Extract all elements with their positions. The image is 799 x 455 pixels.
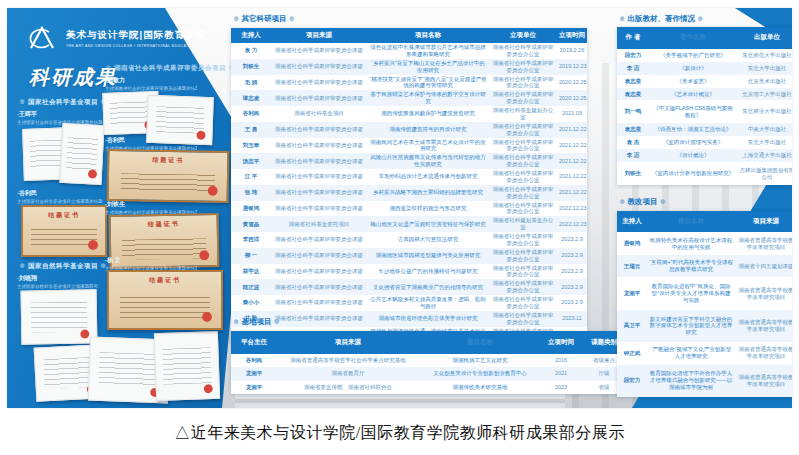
table-cell: 2021.12.22 bbox=[557, 185, 587, 201]
table-cell: 谷利民 bbox=[231, 106, 271, 122]
researcher-name: ·谷利民 bbox=[17, 189, 103, 198]
table-cell: 李 迈 bbox=[617, 149, 649, 162]
table-cell: 长沙地铁公益广告的传播特征与问题研究 bbox=[367, 264, 489, 280]
table-row: 汤志平湖南省社会科学成果评审委员会课题武陵山片区苗族服饰文化传承与当代转型的地方… bbox=[231, 153, 587, 169]
table-cell: 段宏力 bbox=[617, 49, 649, 62]
table-cell: 湖湘民族工艺文化研究 bbox=[419, 354, 541, 367]
table-cell: 钟正武 bbox=[617, 342, 647, 365]
table-cell: 郑学达 bbox=[231, 264, 271, 280]
table-cell: 教育国际化进程中“民族化、国际型”设计类专业人才培养体系构建与实践 bbox=[647, 277, 735, 309]
table-cell: 湖南省委宣传部、湖南省社科联合会 bbox=[277, 381, 419, 394]
table-cell: 高卫平 bbox=[617, 310, 647, 342]
table-row: 龙湘平湖南省委宣传部、湖南省社科联合会湖湘传统美术研究基地2023省级 bbox=[231, 381, 627, 394]
table-cell: 龙湘平 bbox=[231, 367, 277, 380]
researcher-entry: ·刘晓翔 主持国家自然科学基金项目立项课题研究 bbox=[17, 274, 98, 289]
researcher-entry: ·杨 文 主持湖南省社会科学成果评审委员会课题并结题 bbox=[105, 256, 197, 271]
table-cell: 湘西蓝染纹样的观念与形态研究 bbox=[367, 201, 489, 217]
section-header-hunan-social-science: 湖南省社会科学成果评审委员会项目 bbox=[103, 64, 237, 73]
table-cell: 湖南地区城市园林造型规律与美化应用研究 bbox=[367, 248, 489, 264]
table-cell: 毛 娟 bbox=[231, 75, 271, 91]
table-cell: 湖南省社会科学成果评审委员会课题 bbox=[271, 248, 367, 264]
header-row: 主持人项目来源项目名称立项单位立项时间 bbox=[231, 28, 587, 43]
table-cell: 东北师范大学出版社 bbox=[737, 49, 792, 62]
table-cell: 湖南省普通高等学校教学改革研究项目 bbox=[735, 277, 792, 309]
base-projects-title: 基地项目 bbox=[231, 317, 282, 327]
table-cell: 文化创意类设计专业创新创业教育中心 bbox=[419, 367, 541, 380]
table-row: 高卫平新文科建设背景下学科交叉融合的数字媒体艺术专业创新型人才培养研究湖南省普通… bbox=[617, 310, 792, 342]
college-name-en: THE ART AND DESIGN COLLEGE / INTERNATION… bbox=[66, 44, 217, 48]
column-header: 平台主任 bbox=[231, 331, 277, 354]
table-cell: 北京美术出版社 bbox=[737, 75, 792, 88]
table-cell: 唐银鸿 bbox=[231, 201, 271, 217]
table-row: 袁 力湖南省社会科学成果评审委员会课题绿色化进程中长株潭城市群公共艺术与城市品牌… bbox=[231, 43, 587, 59]
researcher-name: ·王晖平 bbox=[17, 110, 103, 119]
table-cell: 湖南省社会科学成果评审委员会办公室 bbox=[489, 138, 557, 154]
table-cell: 湖湘传统美术研究基地 bbox=[419, 381, 541, 394]
table-row: 龙湘平教育国际化进程中“民族化、国际型”设计类专业人才培养体系构建与实践湖南省普… bbox=[617, 277, 792, 309]
table-row: 李 迈《新设计》东北大学出版社 bbox=[617, 62, 792, 75]
table-cell: 《室内设计分析与创新应用研究》 bbox=[649, 162, 737, 185]
table-cell: 东北林业大学出版社 bbox=[737, 100, 792, 123]
photo-caption: △近年来美术与设计学院/国际教育学院教师科研成果部分展示 bbox=[0, 423, 799, 444]
table-row: 张 玮湖南省社会科学成果评审委员会课题乡村振兴战略下湘西土家织锦的品牌塑造研究湖… bbox=[231, 185, 587, 201]
table-cell: “精准扶贫”文旅背景下“湘西八景”文化景观遗产价值的构建与管理研究 bbox=[367, 75, 489, 91]
table-cell: 江 平 bbox=[231, 169, 271, 185]
table-cell: 2021.12.22 bbox=[557, 138, 587, 154]
table-row: 段宏力教育国际化语境下中外合作办学人才培养模式融合与创新研究——以湖南城市学院为… bbox=[617, 365, 792, 397]
table-cell: 湖南省普通高等学校教学改革研究项目 bbox=[735, 232, 792, 255]
table-cell: 基于民族蜡染艺术保护与传承的数字交互设计研究 bbox=[367, 90, 489, 106]
table-cell: 湖南省社会科学成果评审委员会课题 bbox=[271, 59, 367, 75]
table-cell: 湖南省社科规划基金办公室 bbox=[489, 216, 557, 232]
table-cell: 湖南省社会科学成果评审委员会办公室 bbox=[489, 264, 557, 280]
table-cell: 2020.12.25 bbox=[557, 90, 587, 106]
researcher-entry: ·王晖平 主持国家社会科学基金项目立项课题并结题 bbox=[17, 110, 103, 125]
table-cell: 段宏力 bbox=[617, 365, 647, 397]
researcher-name: ·周敏力 bbox=[105, 76, 197, 85]
table-cell: 刘玉翠 bbox=[231, 138, 271, 154]
column-header: 著作名称 bbox=[649, 27, 737, 49]
table-cell: 湖南省社会科学成果评审委员会课题 bbox=[271, 90, 367, 106]
researcher-name: ·刘铁生 bbox=[105, 200, 197, 209]
base-projects-table: 平台主任项目来源题目名称立项时间课题类别谷利民湖南省普通高等学校哲学社会科学重点… bbox=[231, 331, 627, 394]
table-cell: 古典园林大写意技法研究 bbox=[367, 232, 489, 248]
certificate-title: 结题证书 bbox=[111, 219, 217, 230]
publications-title: 出版教材、著作情况 bbox=[617, 14, 705, 24]
college-name-cn: 美术与设计学院|国际教育学院 bbox=[66, 29, 217, 42]
table-cell: 湖南省社会科学成果评审委员会办公室 bbox=[489, 122, 557, 138]
table-cell: 民族特色美术在高校设计艺术课程中的应用与实践 bbox=[647, 232, 735, 255]
table-row: 李 迈《设计概论》上海交通大学出版社 bbox=[617, 149, 792, 162]
table-cell: 龙湘平 bbox=[617, 277, 647, 309]
table-row: 刘一鸣《中文版FLASH CS6基础与案例教程》东北林业大学出版社 bbox=[617, 100, 792, 123]
section-header-national-social-science: 国家社会科学基金项目 bbox=[17, 98, 109, 107]
table-cell: 湖南省社会科学成果评审委员会办公室 bbox=[489, 295, 557, 311]
table-cell: 湖南省社会科学成果评审委员会办公室 bbox=[489, 90, 557, 106]
table-cell: 湖南省十四五规划课题 bbox=[735, 255, 792, 278]
table-cell: 湖南省社会科学成果评审委员会课题 bbox=[271, 311, 367, 327]
table-row: 袁 杰《室内设计原理与实务》东北大学出版社 bbox=[617, 136, 792, 149]
column-header: 主持人 bbox=[231, 28, 271, 43]
table-cell: 湖南省社会科学成果评审委员会课题 bbox=[271, 264, 367, 280]
table-cell: 文化强省背景下湖南商业广告的伦理导向研究 bbox=[367, 279, 489, 295]
table-cell: 《诗画互动：湖湘文艺活动论》 bbox=[649, 123, 737, 136]
table-cell: 湖南省社科基金委托项目 bbox=[271, 216, 367, 232]
table-cell: 湖南省教育厅 bbox=[277, 367, 419, 380]
table-cell: 湖南城市街道环境色彩立体美学设计研究 bbox=[367, 311, 489, 327]
table-cell: 公共艺术赋能乡村文旅高质量发展：逻辑、机制与路径 bbox=[367, 295, 489, 311]
college-logo: 美术与设计学院|国际教育学院 THE ART AND DESIGN COLLEG… bbox=[25, 24, 217, 52]
table-cell: 湖南省社会科学成果评审委员会课题 bbox=[271, 232, 367, 248]
table-row: 袁志泉《诗画互动：湖湘文艺活动论》中南大学出版社 bbox=[617, 123, 792, 136]
teaching-reform-title: 教改项目 bbox=[617, 197, 668, 207]
table-cell: 2023.11 bbox=[557, 311, 587, 327]
table-row: 刘铁生《室内设计分析与创新应用研究》吉林出版集团股份有限公司 bbox=[617, 162, 792, 185]
researcher-desc: 主持国家自然科学基金项目立项课题研究 bbox=[17, 284, 98, 289]
table-cell: 2023.2.9 bbox=[557, 264, 587, 280]
column-header: 立项单位 bbox=[489, 28, 557, 43]
table-row: 钟正武“产教融合”视域下文化产业创新型人才培养研究湖南省普通高等学校教学改革研究… bbox=[617, 342, 792, 365]
table-cell: 袁 杰 bbox=[617, 136, 649, 149]
table-cell: 东北大学出版社 bbox=[737, 136, 792, 149]
table-cell: 2021.03 bbox=[557, 106, 587, 122]
column-header: 题目名称 bbox=[647, 211, 735, 232]
table-row: 唐银鸿湖南省社会科学成果评审委员会课题湘西蓝染纹样的观念与形态研究湖南省社会科学… bbox=[231, 201, 587, 217]
certificate-image bbox=[59, 123, 104, 185]
table-cell: 湖南省社会科学成果评审委员会办公室 bbox=[489, 311, 557, 327]
